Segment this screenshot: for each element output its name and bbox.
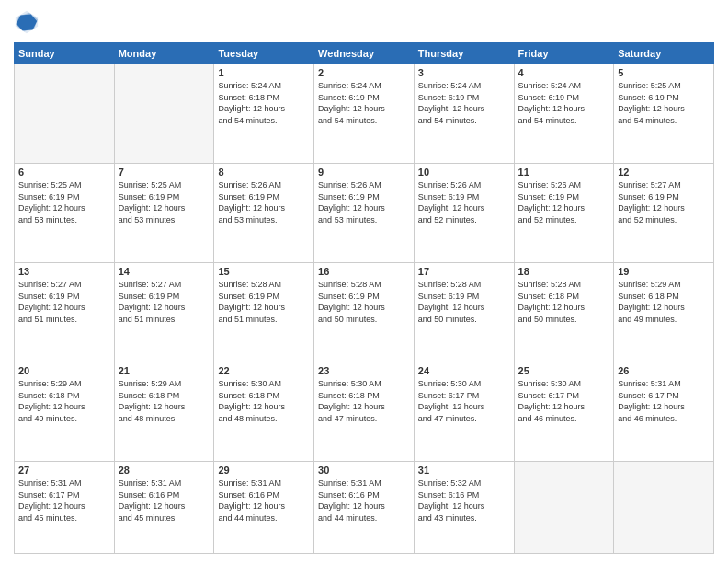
day-number: 27 [18,465,110,476]
calendar-header-row: SundayMondayTuesdayWednesdayThursdayFrid… [15,43,714,64]
day-info: Sunrise: 5:24 AM Sunset: 6:19 PM Dayligh… [518,80,610,126]
calendar-day-cell: 24Sunrise: 5:30 AM Sunset: 6:17 PM Dayli… [414,362,514,462]
day-number: 15 [218,266,310,277]
day-number: 9 [318,167,410,178]
calendar-day-cell: 9Sunrise: 5:26 AM Sunset: 6:19 PM Daylig… [314,164,415,263]
header [14,9,714,35]
day-number: 13 [18,266,110,277]
calendar-day-cell: 14Sunrise: 5:27 AM Sunset: 6:19 PM Dayli… [114,263,214,362]
day-info: Sunrise: 5:31 AM Sunset: 6:17 PM Dayligh… [18,477,110,523]
day-number: 8 [218,167,310,178]
day-info: Sunrise: 5:24 AM Sunset: 6:18 PM Dayligh… [218,80,310,126]
calendar-day-cell: 26Sunrise: 5:31 AM Sunset: 6:17 PM Dayli… [614,362,714,462]
day-info: Sunrise: 5:28 AM Sunset: 6:19 PM Dayligh… [218,279,310,325]
calendar-week-row: 13Sunrise: 5:27 AM Sunset: 6:19 PM Dayli… [15,263,714,362]
day-info: Sunrise: 5:29 AM Sunset: 6:18 PM Dayligh… [18,378,110,424]
calendar-day-cell: 3Sunrise: 5:24 AM Sunset: 6:19 PM Daylig… [414,64,514,164]
day-number: 21 [119,365,210,376]
weekday-header: Saturday [614,43,714,64]
calendar-day-cell: 13Sunrise: 5:27 AM Sunset: 6:19 PM Dayli… [15,263,115,362]
calendar-day-cell: 16Sunrise: 5:28 AM Sunset: 6:19 PM Dayli… [314,263,415,362]
day-info: Sunrise: 5:25 AM Sunset: 6:19 PM Dayligh… [618,80,710,126]
day-info: Sunrise: 5:31 AM Sunset: 6:16 PM Dayligh… [218,477,310,523]
day-info: Sunrise: 5:31 AM Sunset: 6:17 PM Dayligh… [618,378,710,424]
day-number: 19 [618,266,710,277]
day-info: Sunrise: 5:31 AM Sunset: 6:16 PM Dayligh… [318,477,410,523]
day-info: Sunrise: 5:30 AM Sunset: 6:17 PM Dayligh… [518,378,610,424]
day-number: 3 [418,67,510,78]
day-number: 16 [318,266,410,277]
calendar-week-row: 1Sunrise: 5:24 AM Sunset: 6:18 PM Daylig… [15,64,714,164]
day-number: 22 [218,365,310,376]
logo [14,9,43,35]
calendar-day-cell: 8Sunrise: 5:26 AM Sunset: 6:19 PM Daylig… [214,164,314,263]
day-info: Sunrise: 5:27 AM Sunset: 6:19 PM Dayligh… [18,279,110,325]
day-number: 26 [618,365,710,376]
day-info: Sunrise: 5:31 AM Sunset: 6:16 PM Dayligh… [119,477,210,523]
calendar-day-cell: 28Sunrise: 5:31 AM Sunset: 6:16 PM Dayli… [114,462,214,554]
calendar-table: SundayMondayTuesdayWednesdayThursdayFrid… [14,42,714,554]
day-info: Sunrise: 5:26 AM Sunset: 6:19 PM Dayligh… [418,179,510,225]
calendar-day-cell: 2Sunrise: 5:24 AM Sunset: 6:19 PM Daylig… [314,64,415,164]
day-info: Sunrise: 5:28 AM Sunset: 6:18 PM Dayligh… [518,279,610,325]
day-info: Sunrise: 5:32 AM Sunset: 6:16 PM Dayligh… [418,477,510,523]
calendar-day-cell: 17Sunrise: 5:28 AM Sunset: 6:19 PM Dayli… [414,263,514,362]
day-info: Sunrise: 5:26 AM Sunset: 6:19 PM Dayligh… [318,179,410,225]
calendar-week-row: 6Sunrise: 5:25 AM Sunset: 6:19 PM Daylig… [15,164,714,263]
day-number: 28 [119,465,210,476]
day-number: 4 [518,67,610,78]
calendar-day-cell [15,64,115,164]
calendar-day-cell: 11Sunrise: 5:26 AM Sunset: 6:19 PM Dayli… [514,164,614,263]
calendar-day-cell: 7Sunrise: 5:25 AM Sunset: 6:19 PM Daylig… [114,164,214,263]
calendar-day-cell: 29Sunrise: 5:31 AM Sunset: 6:16 PM Dayli… [214,462,314,554]
day-info: Sunrise: 5:27 AM Sunset: 6:19 PM Dayligh… [119,279,210,325]
day-number: 18 [518,266,610,277]
calendar-day-cell: 27Sunrise: 5:31 AM Sunset: 6:17 PM Dayli… [15,462,115,554]
day-info: Sunrise: 5:30 AM Sunset: 6:18 PM Dayligh… [218,378,310,424]
day-number: 20 [18,365,110,376]
calendar-day-cell: 23Sunrise: 5:30 AM Sunset: 6:18 PM Dayli… [314,362,415,462]
calendar-day-cell: 22Sunrise: 5:30 AM Sunset: 6:18 PM Dayli… [214,362,314,462]
day-number: 1 [218,67,310,78]
calendar-day-cell: 30Sunrise: 5:31 AM Sunset: 6:16 PM Dayli… [314,462,415,554]
day-info: Sunrise: 5:24 AM Sunset: 6:19 PM Dayligh… [418,80,510,126]
calendar-day-cell [114,64,214,164]
day-number: 10 [418,167,510,178]
calendar-day-cell: 1Sunrise: 5:24 AM Sunset: 6:18 PM Daylig… [214,64,314,164]
calendar-day-cell [614,462,714,554]
day-number: 17 [418,266,510,277]
calendar-day-cell: 20Sunrise: 5:29 AM Sunset: 6:18 PM Dayli… [15,362,115,462]
calendar-day-cell: 12Sunrise: 5:27 AM Sunset: 6:19 PM Dayli… [614,164,714,263]
day-info: Sunrise: 5:28 AM Sunset: 6:19 PM Dayligh… [318,279,410,325]
weekday-header: Wednesday [314,43,415,64]
calendar-week-row: 20Sunrise: 5:29 AM Sunset: 6:18 PM Dayli… [15,362,714,462]
weekday-header: Sunday [15,43,115,64]
day-number: 31 [418,465,510,476]
day-info: Sunrise: 5:29 AM Sunset: 6:18 PM Dayligh… [618,279,710,325]
day-number: 2 [318,67,410,78]
day-info: Sunrise: 5:27 AM Sunset: 6:19 PM Dayligh… [618,179,710,225]
day-info: Sunrise: 5:25 AM Sunset: 6:19 PM Dayligh… [18,179,110,225]
day-number: 24 [418,365,510,376]
day-number: 23 [318,365,410,376]
day-number: 25 [518,365,610,376]
calendar-day-cell: 31Sunrise: 5:32 AM Sunset: 6:16 PM Dayli… [414,462,514,554]
calendar-day-cell: 4Sunrise: 5:24 AM Sunset: 6:19 PM Daylig… [514,64,614,164]
day-number: 29 [218,465,310,476]
day-number: 5 [618,67,710,78]
calendar-day-cell: 10Sunrise: 5:26 AM Sunset: 6:19 PM Dayli… [414,164,514,263]
calendar-week-row: 27Sunrise: 5:31 AM Sunset: 6:17 PM Dayli… [15,462,714,554]
day-number: 6 [18,167,110,178]
day-info: Sunrise: 5:25 AM Sunset: 6:19 PM Dayligh… [119,179,210,225]
calendar-day-cell: 21Sunrise: 5:29 AM Sunset: 6:18 PM Dayli… [114,362,214,462]
day-number: 14 [119,266,210,277]
day-info: Sunrise: 5:30 AM Sunset: 6:17 PM Dayligh… [418,378,510,424]
calendar-day-cell: 19Sunrise: 5:29 AM Sunset: 6:18 PM Dayli… [614,263,714,362]
page: SundayMondayTuesdayWednesdayThursdayFrid… [0,0,728,563]
day-number: 12 [618,167,710,178]
calendar-day-cell: 25Sunrise: 5:30 AM Sunset: 6:17 PM Dayli… [514,362,614,462]
calendar-day-cell: 5Sunrise: 5:25 AM Sunset: 6:19 PM Daylig… [614,64,714,164]
day-info: Sunrise: 5:26 AM Sunset: 6:19 PM Dayligh… [218,179,310,225]
day-number: 7 [119,167,210,178]
day-info: Sunrise: 5:26 AM Sunset: 6:19 PM Dayligh… [518,179,610,225]
